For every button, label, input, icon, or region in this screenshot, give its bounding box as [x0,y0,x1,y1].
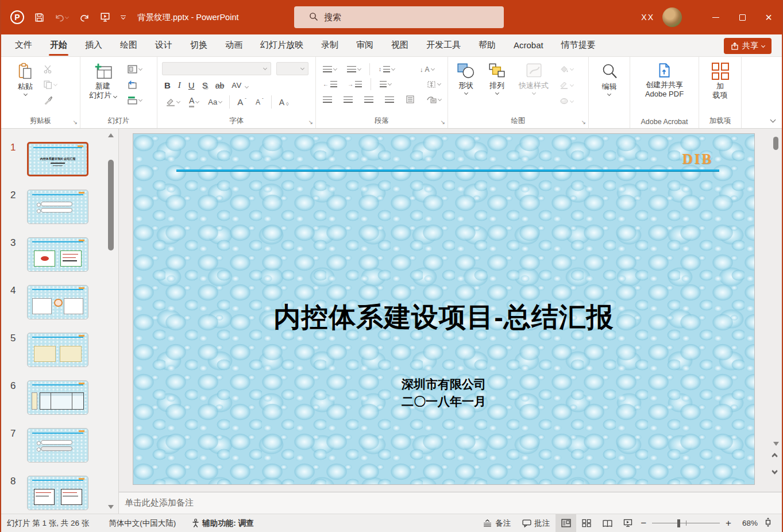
powerpoint-logo-icon[interactable]: P [10,10,24,24]
copy-button[interactable] [41,79,59,91]
font-color-button[interactable]: A [187,95,201,109]
next-slide-button[interactable] [773,471,777,472]
line-spacing-button[interactable]: ↕ [376,64,397,74]
bold-button[interactable]: B [164,80,171,90]
slide-scrollbar-thumb[interactable] [773,137,778,150]
accessibility-indicator[interactable]: 辅助功能: 调查 [186,518,259,529]
tab-review[interactable]: 审阅 [355,35,375,56]
decrease-font-size-button[interactable]: Aˇ [253,97,266,108]
font-name-combobox[interactable] [162,62,271,75]
share-button[interactable]: 共享 [724,38,772,54]
slide-thumbnail-6[interactable] [27,380,88,415]
reading-view-button[interactable] [597,514,618,532]
new-slide-button[interactable]: 新建 幻灯片 [85,61,121,102]
align-text-button[interactable] [425,79,443,90]
convert-smartart-button[interactable] [424,94,443,105]
columns-button[interactable] [377,79,394,89]
tab-transitions[interactable]: 切换 [189,35,209,56]
slide-thumbnail-5[interactable] [27,333,88,367]
shapes-button[interactable]: 形状 [453,61,479,96]
cut-button[interactable] [41,63,59,75]
tab-design[interactable]: 设计 [154,35,173,56]
paragraph-dialog-launcher[interactable]: ↘ [441,119,445,125]
italic-button[interactable]: I [178,80,181,90]
bullets-button[interactable] [321,64,339,74]
decrease-indent-button[interactable]: ← [321,79,340,89]
change-case-button[interactable]: Aa [206,96,224,108]
tab-draw[interactable]: 绘图 [119,35,138,56]
numbering-button[interactable] [345,64,363,74]
reset-slide-button[interactable] [125,79,144,91]
slide-scrollbar[interactable] [772,134,780,484]
quick-styles-button[interactable]: 快速样式 [515,61,553,96]
tab-animations[interactable]: 动画 [224,35,244,56]
slide-thumbnail-1[interactable]: 内控体系建设项目-总结汇报 [27,142,88,176]
language-indicator[interactable]: 简体中文(中国大陆) [103,518,182,529]
search-box[interactable]: 搜索 [294,6,504,28]
zoom-level[interactable]: 68% [734,519,758,527]
shape-fill-button[interactable] [557,63,576,75]
minimize-button[interactable] [703,0,729,34]
clipboard-dialog-launcher[interactable]: ↘ [73,119,78,125]
collapse-ribbon-button[interactable] [771,115,775,124]
zoom-in-button[interactable]: + [723,518,734,529]
tab-file[interactable]: 文件 [14,35,33,56]
avatar[interactable] [662,7,682,27]
tab-insert[interactable]: 插入 [84,35,103,56]
zoom-slider[interactable] [652,514,720,532]
tab-slideshow[interactable]: 幻灯片放映 [259,35,304,56]
text-direction-button[interactable]: ↓A [418,64,437,75]
thumbnail-scrollbar[interactable] [107,132,115,510]
tab-help[interactable]: 帮助 [477,35,497,56]
fit-slide-to-window-button[interactable] [758,518,776,529]
text-shadow-button[interactable]: S [202,80,208,90]
zoom-out-button[interactable]: − [638,518,649,529]
slide-thumbnail-3[interactable] [27,237,88,272]
character-spacing-button[interactable]: AV [232,81,248,90]
slide-scroll-down-icon[interactable] [773,442,779,446]
tab-storyboarding[interactable]: 情节提要 [560,35,597,56]
slide-thumbnail-7[interactable] [27,428,88,462]
start-slideshow-icon[interactable] [100,12,110,22]
strikethrough-button[interactable]: ab [215,81,225,90]
slide-title-textbox[interactable]: 内控体系建设项目-总结汇报 [133,299,754,336]
zoom-slider-thumb[interactable] [677,519,680,527]
slide-thumbnail-4[interactable] [27,285,88,319]
tab-home[interactable]: 开始 [49,35,68,56]
notes-placeholder[interactable]: 单击此处添加备注 [125,498,194,507]
current-slide[interactable]: DIB 内控体系建设项目-总结汇报 深圳市有限公司 二〇一八年一月 [133,134,754,484]
clear-formatting-button[interactable]: A◊ [277,96,291,109]
increase-font-size-button[interactable]: Aˆ [235,95,249,109]
paste-button[interactable]: 粘贴 [14,61,37,97]
comments-button[interactable]: 批注 [516,518,556,529]
save-icon[interactable] [34,13,44,22]
previous-slide-button[interactable] [773,456,777,457]
slide-thumbnail-8[interactable] [27,476,88,510]
create-pdf-button[interactable]: 创建并共享Adobe PDF [641,61,688,101]
undo-icon[interactable] [55,13,68,22]
editing-button[interactable]: 编辑 [597,61,622,97]
normal-view-button[interactable] [556,514,576,532]
slideshow-view-button[interactable] [618,514,638,532]
drawing-dialog-launcher[interactable]: ↘ [581,119,586,125]
user-initials[interactable]: XX [641,13,654,22]
section-button[interactable] [125,94,144,106]
format-painter-button[interactable] [41,94,59,106]
tab-view[interactable]: 视图 [390,35,410,56]
shape-effects-button[interactable] [557,95,576,107]
increase-indent-button[interactable]: → [345,79,364,89]
tab-record[interactable]: 录制 [320,35,340,56]
notes-pane[interactable]: 单击此处添加备注 [119,492,782,514]
tab-developer[interactable]: 开发工具 [425,35,462,56]
maximize-button[interactable] [729,0,755,34]
redo-icon[interactable] [79,13,90,22]
layout-button[interactable] [125,63,144,75]
align-center-button[interactable] [341,95,355,105]
thumbnail-scrollbar-thumb[interactable] [108,160,114,250]
slide-date-textbox[interactable]: 二〇一八年一月 [133,394,754,410]
thumbnail-scroll-down-icon[interactable] [108,505,114,509]
close-button[interactable]: × [755,0,782,34]
slide-company-textbox[interactable]: 深圳市有限公司 [133,376,754,392]
slide-position-indicator[interactable]: 幻灯片 第 1 张, 共 26 张 [7,518,95,529]
thumbnail-scroll-up-icon[interactable] [108,133,114,137]
